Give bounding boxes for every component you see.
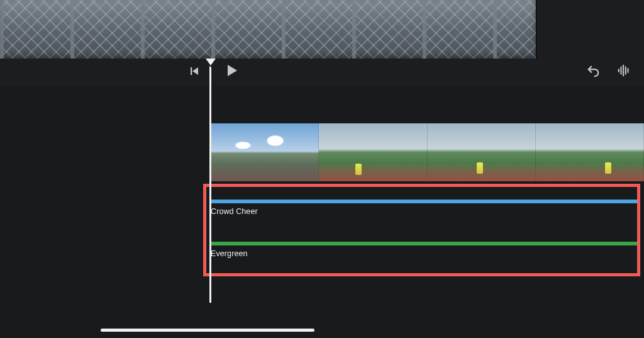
audio-bar [211, 242, 640, 245]
undo-button[interactable] [585, 64, 602, 79]
preview-side-blank [536, 0, 644, 59]
audio-settings-button[interactable] [616, 64, 634, 79]
transport-toolbar [0, 59, 644, 86]
svg-rect-4 [621, 67, 622, 75]
audio-track[interactable]: Crowd Cheer [211, 200, 640, 216]
home-indicator [101, 329, 314, 332]
svg-rect-7 [628, 68, 629, 72]
audio-bar [211, 200, 640, 203]
video-clip-row[interactable] [211, 123, 644, 181]
svg-marker-2 [228, 65, 237, 76]
svg-rect-0 [191, 67, 192, 75]
audio-track[interactable]: Evergreen [211, 242, 640, 258]
audio-track-label: Crowd Cheer [211, 207, 640, 216]
svg-rect-6 [625, 67, 626, 75]
video-clip[interactable] [211, 123, 319, 181]
waveform-icon [616, 64, 631, 77]
play-button[interactable] [222, 61, 241, 80]
video-clip[interactable] [536, 123, 644, 181]
undo-icon [585, 64, 601, 77]
video-clip[interactable] [428, 123, 536, 181]
play-icon [224, 63, 239, 78]
svg-rect-3 [618, 69, 619, 72]
svg-marker-1 [192, 67, 198, 75]
preview-frame [0, 0, 536, 59]
svg-rect-5 [623, 65, 624, 76]
audio-track-label: Evergreen [211, 249, 640, 258]
skip-back-button[interactable] [187, 64, 202, 79]
video-clip[interactable] [319, 123, 427, 181]
skip-back-icon [189, 65, 200, 77]
